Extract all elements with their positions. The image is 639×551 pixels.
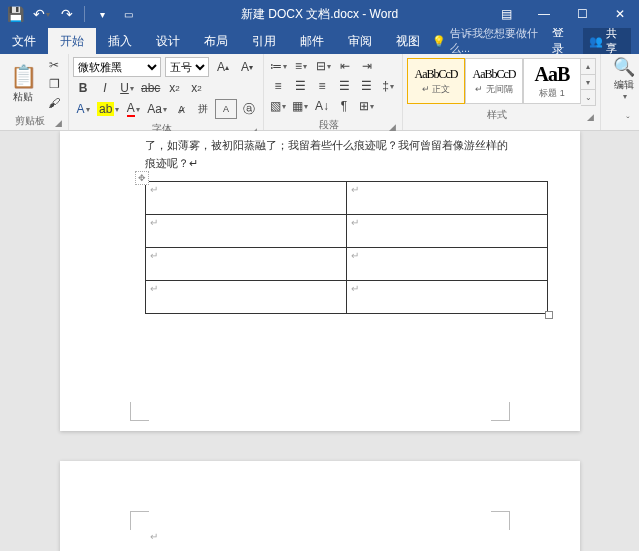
table-resize-handle-icon[interactable] [545, 311, 553, 319]
login-link[interactable]: 登录 [552, 24, 574, 58]
bulb-icon: 💡 [432, 35, 446, 48]
tab-home[interactable]: 开始 [48, 28, 96, 54]
justify-button[interactable]: ☰ [334, 77, 354, 95]
tab-layout[interactable]: 布局 [192, 28, 240, 54]
phonetic-button[interactable]: 拼 [193, 100, 213, 118]
tell-me[interactable]: 💡 告诉我您想要做什么... [432, 28, 552, 54]
document-table[interactable]: ↵↵ ↵↵ ↵↵ ↵↵ [145, 181, 548, 314]
align-left-button[interactable]: ≡ [268, 77, 288, 95]
change-case-button[interactable]: Aa▾ [145, 100, 169, 118]
bullets-button[interactable]: ≔▾ [268, 57, 289, 75]
table-row: ↵↵ [145, 281, 547, 314]
paragraph-mark[interactable]: ↵ [150, 531, 158, 542]
margin-corner-icon [491, 402, 510, 421]
share-icon: 👥 [589, 35, 603, 48]
margin-corner-icon [130, 511, 149, 530]
highlight-button[interactable]: ab▾ [95, 100, 121, 118]
grow-font-button[interactable]: A▴ [213, 58, 233, 76]
save-icon[interactable]: 💾 [6, 5, 24, 23]
table-cell[interactable]: ↵ [346, 215, 547, 248]
table-cell[interactable]: ↵ [346, 248, 547, 281]
increase-indent-button[interactable]: ⇥ [357, 57, 377, 75]
document-viewport[interactable]: 了，如薄雾，被初阳蒸融了；我留着些什么痕迹呢？我何曾留着像游丝样的痕迹呢？↵ ✥… [0, 131, 639, 551]
format-painter-button[interactable]: 🖌 [44, 94, 64, 112]
line-spacing-button[interactable]: ‡▾ [378, 77, 398, 95]
distributed-button[interactable]: ☰ [356, 77, 376, 95]
styles-gallery-nav: ▴ ▾ ⌄ [581, 58, 596, 106]
paste-button[interactable]: 📋 粘贴 [4, 56, 42, 112]
char-border-button[interactable]: A [215, 99, 237, 119]
multilevel-button[interactable]: ⊟▾ [313, 57, 333, 75]
shrink-font-button[interactable]: A▾ [237, 58, 257, 76]
italic-button[interactable]: I [95, 79, 115, 97]
numbering-button[interactable]: ≡▾ [291, 57, 311, 75]
body-text[interactable]: 了，如薄雾，被初阳蒸融了；我留着些什么痕迹呢？我何曾留着像游丝样的痕迹呢？↵ [145, 137, 510, 172]
align-right-button[interactable]: ≡ [312, 77, 332, 95]
font-color-button[interactable]: A▾ [123, 100, 143, 118]
table-cell[interactable]: ↵ [145, 281, 346, 314]
undo-icon[interactable]: ↶▾ [32, 5, 50, 23]
margin-corner-icon [491, 511, 510, 530]
clipboard-launcher-icon[interactable]: ◢ [55, 118, 62, 128]
style-no-spacing[interactable]: AaBbCcD ↵ 无间隔 [465, 58, 523, 104]
table-cell[interactable]: ↵ [346, 281, 547, 314]
tab-review[interactable]: 审阅 [336, 28, 384, 54]
superscript-button[interactable]: x2 [186, 79, 206, 97]
table-move-handle-icon[interactable]: ✥ [135, 171, 149, 185]
tab-insert[interactable]: 插入 [96, 28, 144, 54]
table-cell[interactable]: ↵ [145, 182, 346, 215]
decrease-indent-button[interactable]: ⇤ [335, 57, 355, 75]
touchmode-icon[interactable]: ▭ [119, 5, 137, 23]
table-cell[interactable]: ↵ [145, 248, 346, 281]
sort-button[interactable]: A↓ [312, 97, 332, 115]
group-styles-label: 样式 [407, 106, 587, 124]
table-row: ↵↵ [145, 182, 547, 215]
tab-design[interactable]: 设计 [144, 28, 192, 54]
subscript-button[interactable]: x2 [164, 79, 184, 97]
enclose-char-button[interactable]: ⓐ [239, 100, 259, 118]
tab-references[interactable]: 引用 [240, 28, 288, 54]
underline-button[interactable]: U▾ [117, 79, 137, 97]
share-button[interactable]: 👥 共享 [583, 24, 632, 58]
align-center-button[interactable]: ☰ [290, 77, 310, 95]
tab-mailings[interactable]: 邮件 [288, 28, 336, 54]
margin-corner-icon [130, 402, 149, 421]
copy-button[interactable]: ❐ [44, 75, 64, 93]
borders-button[interactable]: ▦▾ [290, 97, 310, 115]
tab-file[interactable]: 文件 [0, 28, 48, 54]
table-row: ↵↵ [145, 248, 547, 281]
strikethrough-button[interactable]: abc [139, 79, 162, 97]
close-button[interactable]: ✕ [601, 0, 639, 28]
table-cell[interactable]: ↵ [145, 215, 346, 248]
redo-icon[interactable]: ↷ [58, 5, 76, 23]
show-marks-button[interactable]: ¶ [334, 97, 354, 115]
page-2[interactable]: ↵ [60, 461, 580, 551]
shading-button[interactable]: ▧▾ [268, 97, 288, 115]
tab-view[interactable]: 视图 [384, 28, 432, 54]
minimize-button[interactable]: ― [525, 0, 563, 28]
styles-down-icon[interactable]: ▾ [581, 75, 595, 91]
styles-up-icon[interactable]: ▴ [581, 59, 595, 75]
style-normal[interactable]: AaBbCcD ↵ 正文 [407, 58, 465, 104]
text-effects-button[interactable]: A▾ [73, 100, 93, 118]
find-icon: 🔍 [613, 56, 635, 78]
cut-button[interactable]: ✂ [44, 56, 64, 74]
qat-separator [84, 6, 85, 22]
editing-button[interactable]: 🔍 编辑 ▾ [605, 56, 639, 101]
table-cell[interactable]: ↵ [346, 182, 547, 215]
maximize-button[interactable]: ☐ [563, 0, 601, 28]
bold-button[interactable]: B [73, 79, 93, 97]
style-heading1[interactable]: AaB 标题 1 [523, 58, 581, 104]
asian-layout-button[interactable]: ⊞▾ [356, 97, 376, 115]
ribbon-options-icon[interactable]: ▤ [487, 0, 525, 28]
table-row: ↵↵ [145, 215, 547, 248]
clear-format-button[interactable]: A̷ [171, 100, 191, 118]
qat-customize-icon[interactable]: ▾ [93, 5, 111, 23]
font-size-select[interactable]: 五号 [165, 57, 209, 77]
clipboard-icon: 📋 [10, 64, 37, 90]
collapse-ribbon-icon[interactable]: ˇ [621, 114, 635, 128]
styles-more-icon[interactable]: ⌄ [581, 90, 595, 105]
page-1[interactable]: 了，如薄雾，被初阳蒸融了；我留着些什么痕迹呢？我何曾留着像游丝样的痕迹呢？↵ ✥… [60, 131, 580, 431]
font-name-select[interactable]: 微软雅黑 [73, 57, 161, 77]
styles-launcher-icon[interactable]: ◢ [587, 112, 594, 122]
